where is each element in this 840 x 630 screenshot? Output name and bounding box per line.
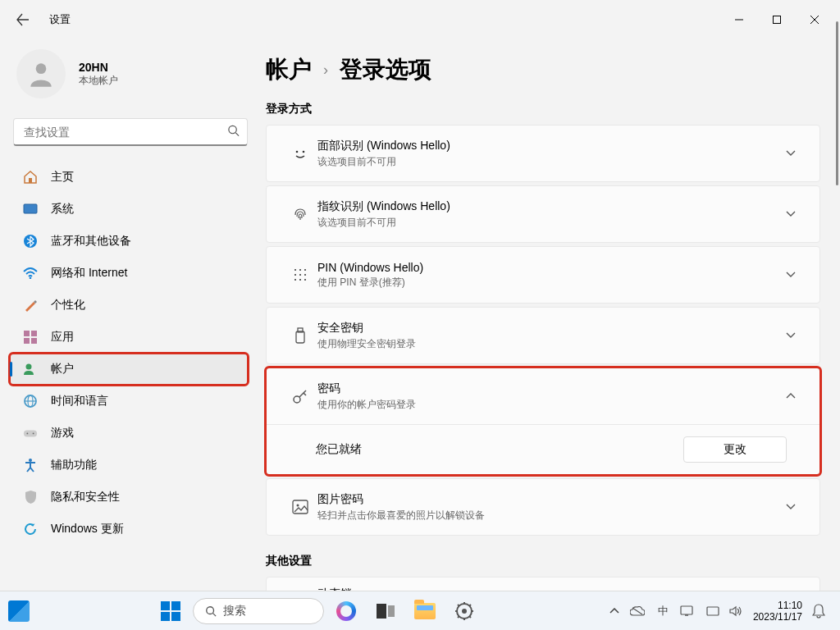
svg-rect-57 — [707, 607, 719, 615]
card-subtitle: 使用你的帐户密码登录 — [317, 398, 778, 412]
gaming-icon — [23, 426, 38, 441]
nav-update[interactable]: Windows 更新 — [10, 514, 248, 545]
maximize-button[interactable] — [758, 7, 796, 33]
nav-label: 蓝牙和其他设备 — [51, 234, 131, 249]
nav-label: 网络和 Internet — [51, 266, 127, 281]
ime-icon — [679, 605, 694, 618]
card-fingerprint[interactable]: 指纹识别 (Windows Hello) 该选项目前不可用 — [266, 185, 820, 243]
taskbar: 搜索 中 11:10 2023/11/17 — [0, 591, 840, 630]
svg-point-11 — [30, 277, 32, 279]
scrollbar-thumb[interactable] — [836, 21, 838, 185]
card-title: 面部识别 (Windows Hello) — [317, 139, 778, 153]
volume-icon — [728, 605, 743, 618]
nav-list: 主页 系统 蓝牙和其他设备 网络和 Internet 个性化 应用 — [7, 162, 254, 545]
breadcrumb-parent[interactable]: 帐户 — [266, 54, 312, 85]
sidebar: 20HN 本地帐户 主页 系统 蓝 — [0, 39, 254, 591]
nav-network[interactable]: 网络和 Internet — [10, 258, 248, 289]
start-icon — [161, 601, 180, 621]
explorer-button[interactable] — [408, 594, 442, 628]
breadcrumb: 帐户 › 登录选项 — [266, 54, 820, 85]
nav-personalization[interactable]: 个性化 — [10, 290, 248, 321]
svg-point-31 — [304, 274, 306, 276]
fingerprint-icon — [283, 205, 317, 223]
breadcrumb-current: 登录选项 — [340, 54, 431, 85]
tray-ime[interactable]: 中 — [651, 605, 699, 618]
bell-icon — [812, 604, 825, 619]
task-view-button[interactable] — [368, 594, 403, 628]
nav-bluetooth[interactable]: 蓝牙和其他设备 — [10, 226, 248, 257]
clock[interactable]: 11:10 2023/11/17 — [750, 600, 806, 623]
nav-label: 游戏 — [51, 426, 74, 441]
nav-home[interactable]: 主页 — [10, 162, 248, 193]
back-button[interactable] — [7, 3, 39, 36]
nav-label: 个性化 — [51, 298, 85, 313]
avatar-icon — [25, 58, 57, 89]
card-subtitle: 使用 PIN 登录(推荐) — [317, 276, 778, 290]
chevron-up-icon — [607, 605, 622, 618]
key-icon — [283, 387, 317, 405]
network-icon — [23, 266, 38, 281]
card-password[interactable]: 密码 使用你的帐户密码登录 您已就绪 更改 — [266, 368, 820, 475]
copilot-button[interactable] — [329, 594, 363, 628]
svg-point-21 — [27, 433, 29, 435]
svg-point-26 — [294, 269, 296, 271]
maximize-icon — [773, 16, 781, 24]
nav-privacy[interactable]: 隐私和安全性 — [10, 482, 248, 513]
start-button[interactable] — [153, 594, 188, 628]
card-dynamic-lock[interactable]: 动态锁 离开时自动锁定设备 — [266, 577, 820, 591]
notifications-button[interactable] — [807, 604, 830, 619]
system-icon — [23, 202, 38, 217]
widgets-button[interactable] — [5, 594, 33, 628]
card-subtitle: 轻扫并点击你最喜爱的照片以解锁设备 — [317, 509, 778, 523]
card-security-key[interactable]: 安全密钥 使用物理安全密钥登录 — [266, 307, 820, 364]
ime-indicator: 中 — [656, 605, 671, 618]
svg-line-50 — [458, 605, 459, 606]
copilot-icon — [336, 601, 356, 621]
section-other-settings: 其他设置 — [266, 554, 820, 568]
nav-system[interactable]: 系统 — [10, 194, 248, 225]
close-button[interactable] — [796, 7, 833, 33]
svg-point-23 — [29, 459, 32, 462]
card-subtitle: 该选项目前不可用 — [317, 155, 778, 169]
onedrive-icon[interactable] — [630, 605, 645, 618]
card-picture-password[interactable]: 图片密码 轻扫并点击你最喜爱的照片以解锁设备 — [266, 478, 820, 536]
privacy-icon — [23, 490, 38, 504]
svg-rect-20 — [24, 430, 37, 436]
search-input[interactable] — [13, 118, 248, 146]
svg-line-39 — [304, 393, 306, 395]
svg-line-54 — [632, 608, 642, 614]
tray-overflow[interactable] — [602, 605, 650, 618]
card-face-recognition[interactable]: 面部识别 (Windows Hello) 该选项目前不可用 — [266, 125, 820, 182]
svg-line-6 — [235, 133, 239, 136]
minimize-button[interactable] — [720, 7, 758, 33]
svg-point-33 — [299, 279, 301, 281]
taskbar-search[interactable]: 搜索 — [193, 598, 324, 624]
settings-taskbar-button[interactable] — [447, 594, 482, 628]
card-password-detail: 您已就绪 更改 — [267, 424, 819, 474]
svg-point-28 — [304, 269, 306, 271]
user-block[interactable]: 20HN 本地帐户 — [7, 46, 254, 118]
svg-point-24 — [296, 151, 299, 153]
card-title: PIN (Windows Hello) — [317, 261, 778, 274]
nav-label: 帐户 — [51, 362, 74, 377]
task-view-icon — [377, 604, 395, 619]
scrollbar[interactable] — [832, 0, 840, 591]
tray-network-sound[interactable] — [701, 605, 748, 618]
svg-point-42 — [207, 606, 214, 614]
security-key-icon — [283, 326, 317, 345]
svg-line-52 — [458, 616, 459, 618]
card-pin[interactable]: PIN (Windows Hello) 使用 PIN 登录(推荐) — [266, 246, 820, 304]
nav-label: 系统 — [51, 202, 74, 217]
chevron-down-icon — [778, 272, 803, 278]
nav-accounts[interactable]: 帐户 — [10, 354, 248, 385]
svg-rect-14 — [24, 338, 30, 344]
svg-point-30 — [299, 274, 301, 276]
nav-gaming[interactable]: 游戏 — [10, 418, 248, 449]
change-password-button[interactable]: 更改 — [683, 436, 787, 463]
nav-label: Windows 更新 — [51, 522, 124, 536]
svg-point-16 — [26, 364, 32, 370]
nav-apps[interactable]: 应用 — [10, 322, 248, 353]
nav-accessibility[interactable]: 辅助功能 — [10, 450, 248, 481]
home-icon — [23, 170, 38, 185]
nav-time[interactable]: 时间和语言 — [10, 386, 248, 417]
